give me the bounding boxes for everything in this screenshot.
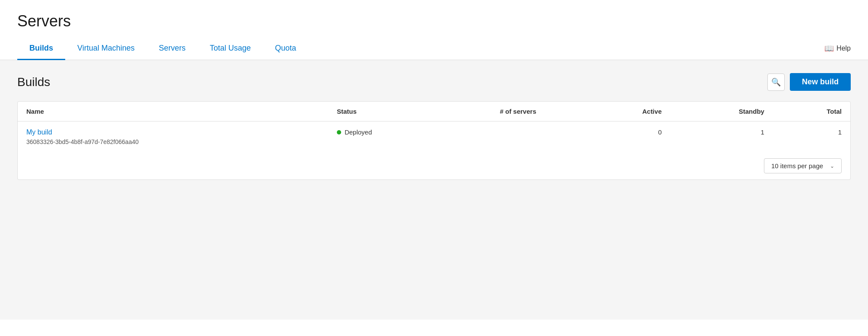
col-header-standby: Standby	[670, 102, 773, 122]
tabs-container: Builds Virtual Machines Servers Total Us…	[17, 37, 308, 60]
section-title: Builds	[17, 75, 50, 89]
header-actions: 🔍 New build	[767, 73, 851, 91]
help-label: Help	[836, 45, 851, 52]
page-header: Servers	[0, 0, 868, 37]
build-id: 36083326-3bd5-4b8f-a97d-7e82f066aa40	[26, 138, 139, 145]
tab-quota[interactable]: Quota	[263, 38, 308, 60]
builds-table: Name Status # of servers Active Standby …	[18, 102, 850, 152]
table-header-row: Name Status # of servers Active Standby …	[18, 102, 850, 122]
help-icon: 📖	[824, 44, 834, 53]
build-standby-cell: 1	[670, 122, 773, 153]
content-area: Builds 🔍 New build Name Status # of serv…	[0, 60, 868, 320]
build-name-link[interactable]: My build	[26, 128, 320, 136]
tab-virtual-machines[interactable]: Virtual Machines	[65, 38, 147, 60]
items-per-page-label: 10 items per page	[771, 162, 823, 170]
build-active-cell: 0	[582, 122, 670, 153]
section-header: Builds 🔍 New build	[17, 73, 851, 91]
col-header-status: Status	[328, 102, 454, 122]
build-total-cell: 1	[773, 122, 850, 153]
table-row: My build 36083326-3bd5-4b8f-a97d-7e82f06…	[18, 122, 850, 153]
tab-total-usage[interactable]: Total Usage	[198, 38, 263, 60]
page-title: Servers	[0, 0, 868, 37]
status-text: Deployed	[345, 128, 372, 136]
new-build-button[interactable]: New build	[790, 73, 851, 91]
chevron-down-icon: ⌄	[830, 163, 834, 169]
col-header-active: Active	[582, 102, 670, 122]
build-name-cell: My build 36083326-3bd5-4b8f-a97d-7e82f06…	[18, 122, 328, 153]
col-header-name: Name	[18, 102, 328, 122]
items-per-page-select[interactable]: 10 items per page ⌄	[764, 158, 842, 173]
builds-table-container: Name Status # of servers Active Standby …	[17, 101, 851, 180]
build-status-cell: Deployed	[328, 122, 454, 153]
search-button[interactable]: 🔍	[767, 74, 785, 91]
help-link[interactable]: 📖 Help	[824, 44, 851, 53]
search-icon: 🔍	[771, 77, 781, 87]
status-dot	[337, 130, 341, 134]
tab-bar: Builds Virtual Machines Servers Total Us…	[0, 37, 868, 60]
col-header-num-servers: # of servers	[454, 102, 583, 122]
col-header-total: Total	[773, 102, 850, 122]
table-footer: 10 items per page ⌄	[18, 152, 850, 179]
tab-servers[interactable]: Servers	[147, 38, 198, 60]
tab-builds[interactable]: Builds	[17, 38, 65, 60]
build-num-servers-cell	[454, 122, 583, 153]
